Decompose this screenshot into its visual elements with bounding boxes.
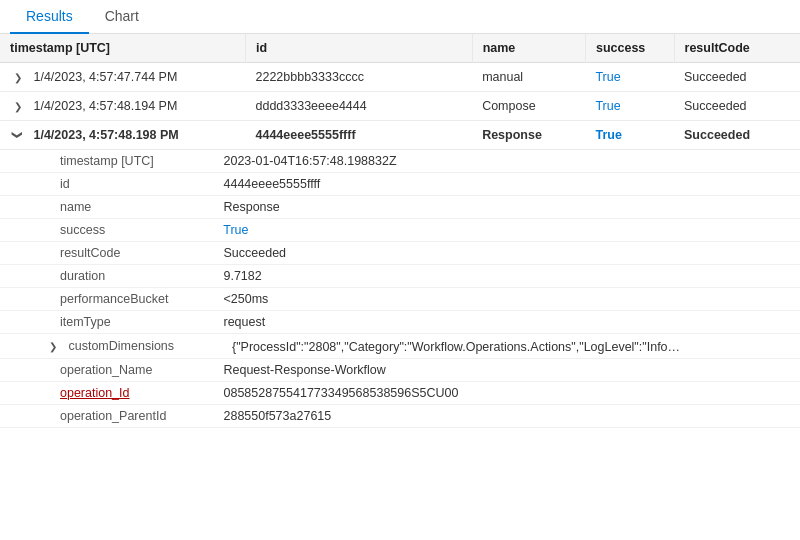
detail-cell: duration 9.7182 — [0, 265, 800, 288]
detail-cell: name Response — [0, 196, 800, 219]
cell-name: Response — [472, 121, 585, 150]
col-header-success: success — [585, 34, 674, 63]
detail-row-success: success True — [0, 219, 800, 242]
detail-row-opparentid: operation_ParentId 288550f573a27615 — [0, 405, 800, 428]
tab-chart[interactable]: Chart — [89, 0, 155, 34]
table-row: ❯ 1/4/2023, 4:57:47.744 PM 2222bbbb3333c… — [0, 63, 800, 92]
cell-id: dddd3333eeee4444 — [246, 92, 473, 121]
detail-row-itemtype: itemType request — [0, 311, 800, 334]
detail-label-customdim: customDimensions — [68, 339, 228, 353]
detail-value-customdim: {"ProcessId":"2808","Category":"Workflow… — [232, 340, 682, 354]
detail-value-itemtype: request — [223, 315, 265, 329]
expand-icon[interactable]: ❯ — [10, 69, 26, 85]
cell-success: True — [585, 92, 674, 121]
detail-cell: operation_Name Request-Response-Workflow — [0, 359, 800, 382]
detail-row-name: name Response — [0, 196, 800, 219]
table-header-row: timestamp [UTC] id name success resultCo… — [0, 34, 800, 63]
detail-value-perf: <250ms — [223, 292, 268, 306]
detail-value-resultcode: Succeeded — [223, 246, 286, 260]
app-container: Results Chart timestamp [UTC] id name su… — [0, 0, 800, 532]
col-header-timestamp: timestamp [UTC] — [0, 34, 246, 63]
detail-cell: id 4444eeee5555ffff — [0, 173, 800, 196]
detail-label-id: id — [60, 177, 220, 191]
detail-label-opname: operation_Name — [60, 363, 220, 377]
cell-success: True — [585, 63, 674, 92]
cell-name: Compose — [472, 92, 585, 121]
cell-id: 2222bbbb3333cccc — [246, 63, 473, 92]
detail-row-timestamp: timestamp [UTC] 2023-01-04T16:57:48.1988… — [0, 150, 800, 173]
detail-value-opname: Request-Response-Workflow — [223, 363, 385, 377]
detail-cell: itemType request — [0, 311, 800, 334]
expand-custom-dim-icon[interactable]: ❯ — [45, 338, 61, 354]
detail-cell: operation_Id 085852875541773349568538596… — [0, 382, 800, 405]
cell-timestamp: ❯ 1/4/2023, 4:57:48.194 PM — [0, 92, 246, 121]
detail-value-name: Response — [223, 200, 279, 214]
detail-cell: success True — [0, 219, 800, 242]
detail-cell: ❯ customDimensions {"ProcessId":"2808","… — [0, 334, 800, 359]
detail-value-opid: 085852875541773349568538596S5CU00 — [223, 386, 458, 400]
cell-resultcode: Succeeded — [674, 63, 800, 92]
detail-value-success: True — [223, 223, 248, 237]
detail-cell: performanceBucket <250ms — [0, 288, 800, 311]
cell-name: manual — [472, 63, 585, 92]
detail-label-timestamp: timestamp [UTC] — [60, 154, 220, 168]
detail-value-timestamp: 2023-01-04T16:57:48.198832Z — [223, 154, 396, 168]
tab-results[interactable]: Results — [10, 0, 89, 34]
table-row-expanded: ❯ 1/4/2023, 4:57:48.198 PM 4444eeee5555f… — [0, 121, 800, 150]
detail-value-id: 4444eeee5555ffff — [223, 177, 320, 191]
cell-resultcode: Succeeded — [674, 121, 800, 150]
table-body: ❯ 1/4/2023, 4:57:47.744 PM 2222bbbb3333c… — [0, 63, 800, 428]
cell-timestamp: ❯ 1/4/2023, 4:57:48.198 PM — [0, 121, 246, 150]
results-table: timestamp [UTC] id name success resultCo… — [0, 34, 800, 428]
detail-row-customdimensions: ❯ customDimensions {"ProcessId":"2808","… — [0, 334, 800, 359]
detail-label-itemtype: itemType — [60, 315, 220, 329]
detail-row-duration: duration 9.7182 — [0, 265, 800, 288]
detail-row-id: id 4444eeee5555ffff — [0, 173, 800, 196]
detail-row-perf: performanceBucket <250ms — [0, 288, 800, 311]
cell-resultcode: Succeeded — [674, 92, 800, 121]
col-header-name: name — [472, 34, 585, 63]
detail-value-duration: 9.7182 — [223, 269, 261, 283]
detail-row-opname: operation_Name Request-Response-Workflow — [0, 359, 800, 382]
detail-row-resultcode: resultCode Succeeded — [0, 242, 800, 265]
col-header-id: id — [246, 34, 473, 63]
cell-id: 4444eeee5555ffff — [246, 121, 473, 150]
collapse-icon[interactable]: ❯ — [10, 127, 26, 143]
detail-row-opid: operation_Id 085852875541773349568538596… — [0, 382, 800, 405]
detail-cell: timestamp [UTC] 2023-01-04T16:57:48.1988… — [0, 150, 800, 173]
tab-bar: Results Chart — [0, 0, 800, 34]
detail-label-perf: performanceBucket — [60, 292, 220, 306]
col-header-resultcode: resultCode — [674, 34, 800, 63]
cell-success: True — [585, 121, 674, 150]
detail-label-opparentid: operation_ParentId — [60, 409, 220, 423]
table-container: timestamp [UTC] id name success resultCo… — [0, 34, 800, 532]
detail-cell: resultCode Succeeded — [0, 242, 800, 265]
detail-label-name: name — [60, 200, 220, 214]
table-row: ❯ 1/4/2023, 4:57:48.194 PM dddd3333eeee4… — [0, 92, 800, 121]
detail-label-duration: duration — [60, 269, 220, 283]
detail-label-success: success — [60, 223, 220, 237]
detail-cell: operation_ParentId 288550f573a27615 — [0, 405, 800, 428]
expand-icon[interactable]: ❯ — [10, 98, 26, 114]
detail-value-opparentid: 288550f573a27615 — [223, 409, 331, 423]
cell-timestamp: ❯ 1/4/2023, 4:57:47.744 PM — [0, 63, 246, 92]
detail-label-resultcode: resultCode — [60, 246, 220, 260]
detail-label-opid: operation_Id — [60, 386, 220, 400]
